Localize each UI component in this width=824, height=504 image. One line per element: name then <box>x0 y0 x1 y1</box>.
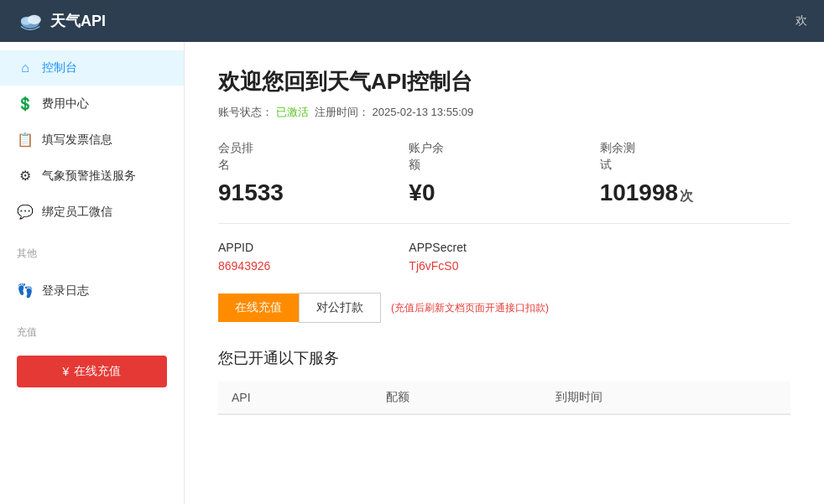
section-other-label: 其他 <box>0 238 184 264</box>
sidebar-other-nav: 👣 登录日志 <box>0 264 184 317</box>
stat-col-balance: 账户余额 ¥0 <box>409 140 599 206</box>
action-buttons: 在线充值 对公打款 (充值后刷新文档页面开通接口扣款) <box>218 293 790 323</box>
cred-value-appsecret: Tj6vFcS0 <box>409 259 599 273</box>
cred-col-appid: APPID 86943926 <box>218 241 409 273</box>
content-area: 欢迎您回到天气API控制台 账号状态： 已激活 注册时间： 2025-02-13… <box>185 42 824 504</box>
online-recharge-button[interactable]: 在线充值 <box>218 294 299 322</box>
sidebar-item-label: 控制台 <box>42 60 77 75</box>
stat-label-balance: 账户余额 <box>409 140 599 173</box>
sidebar-recharge-area: ¥ 在线充值 <box>0 343 184 400</box>
sidebar-item-wechat[interactable]: 💬 绑定员工微信 <box>0 194 184 230</box>
top-header: 天气API 欢 <box>0 0 824 42</box>
main-layout: ⌂ 控制台 💲 费用中心 📋 填写发票信息 ⚙ 气象预警推送服务 💬 绑定员工微… <box>0 42 824 504</box>
account-status-label: 账号状态： <box>218 106 273 118</box>
transfer-button[interactable]: 对公打款 <box>299 293 381 323</box>
cred-col-empty <box>600 241 790 273</box>
col-header-api: API <box>218 382 373 414</box>
cred-col-appsecret: APPSecret Tj6vFcS0 <box>409 241 599 273</box>
page-title: 欢迎您回到天气API控制台 <box>218 67 790 96</box>
sidebar-item-invoice[interactable]: 📋 填写发票信息 <box>0 122 184 158</box>
stat-label-rank: 会员排名 <box>218 140 409 173</box>
stat-label-trials: 剩余测试 <box>600 140 790 173</box>
col-header-quota: 配额 <box>373 382 542 414</box>
stat-col-rank: 会员排名 91533 <box>218 140 409 206</box>
cred-label-appid: APPID <box>218 241 409 254</box>
col-header-expire: 到期时间 <box>542 382 790 414</box>
services-table: API 配额 到期时间 <box>218 382 790 415</box>
alert-icon: ⚙ <box>17 168 34 184</box>
sidebar-recharge-button[interactable]: ¥ 在线充值 <box>17 356 167 387</box>
sidebar-item-dashboard[interactable]: ⌂ 控制台 <box>0 50 184 86</box>
services-title: 您已开通以下服务 <box>218 348 790 368</box>
wechat-icon: 💬 <box>17 204 34 220</box>
svg-point-2 <box>28 15 41 24</box>
stat-unit-trials: 次 <box>680 189 693 203</box>
table-header: API 配额 到期时间 <box>218 382 790 414</box>
register-time-value: 2025-02-13 13:55:09 <box>373 106 474 118</box>
header-welcome: 欢 <box>795 13 807 29</box>
sidebar-recharge-label: 在线充值 <box>74 364 121 379</box>
stat-col-trials: 剩余测试 101998次 <box>600 140 790 206</box>
sidebar-item-label: 气象预警推送服务 <box>42 169 136 184</box>
invoice-icon: 📋 <box>17 132 34 148</box>
logo-area: 天气API <box>17 8 106 34</box>
sidebar-item-label: 登录日志 <box>42 283 89 299</box>
sidebar: ⌂ 控制台 💲 费用中心 📋 填写发票信息 ⚙ 气象预警推送服务 💬 绑定员工微… <box>0 42 185 504</box>
register-time-label: 注册时间： <box>311 106 369 118</box>
sidebar-item-label: 费用中心 <box>42 96 89 112</box>
sidebar-nav: ⌂ 控制台 💲 费用中心 📋 填写发票信息 ⚙ 气象预警推送服务 💬 绑定员工微… <box>0 42 184 238</box>
section-recharge-label: 充值 <box>0 317 184 343</box>
sidebar-item-label: 填写发票信息 <box>42 132 112 148</box>
account-status-bar: 账号状态： 已激活 注册时间： 2025-02-13 13:55:09 <box>218 105 790 120</box>
stat-value-rank: 91533 <box>218 179 409 206</box>
credentials-row: APPID 86943926 APPSecret Tj6vFcS0 <box>218 241 790 273</box>
account-status-value: 已激活 <box>276 106 309 118</box>
sidebar-item-label: 绑定员工微信 <box>42 205 112 220</box>
logo-icon <box>17 8 44 34</box>
stat-value-balance: ¥0 <box>409 179 599 206</box>
stats-row: 会员排名 91533 账户余额 ¥0 剩余测试 101998次 <box>218 140 790 224</box>
cred-label-appsecret: APPSecret <box>409 241 599 254</box>
yuan-icon: ¥ <box>63 365 70 378</box>
sidebar-item-billing[interactable]: 💲 费用中心 <box>0 86 184 122</box>
recharge-hint: (充值后刷新文档页面开通接口扣款) <box>391 301 549 315</box>
footprint-icon: 👣 <box>17 283 34 299</box>
logo-text: 天气API <box>50 11 106 31</box>
home-icon: ⌂ <box>17 60 34 75</box>
stat-value-trials: 101998次 <box>600 179 790 206</box>
cred-value-appid: 86943926 <box>218 259 409 273</box>
dollar-icon: 💲 <box>17 96 34 112</box>
sidebar-item-alert[interactable]: ⚙ 气象预警推送服务 <box>0 158 184 194</box>
sidebar-item-login-log[interactable]: 👣 登录日志 <box>0 273 184 309</box>
